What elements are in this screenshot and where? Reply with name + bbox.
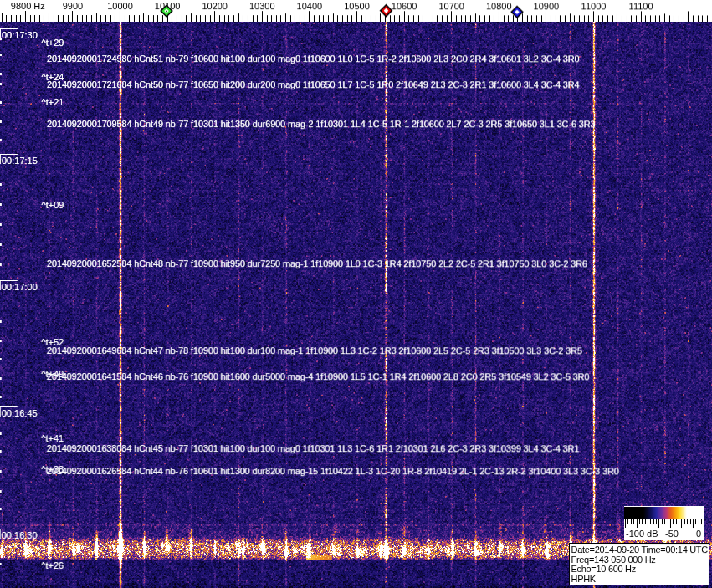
svg-text:10000: 10000 [107, 1, 133, 11]
svg-text:9900: 9900 [63, 1, 83, 11]
svg-text:10900: 10900 [534, 1, 560, 11]
svg-text:10500: 10500 [344, 1, 370, 11]
svg-text:11000: 11000 [581, 1, 607, 11]
svg-text:10200: 10200 [202, 1, 228, 11]
svg-text:10600: 10600 [392, 1, 417, 11]
svg-text:9800 Hz: 9800 Hz [11, 1, 45, 11]
svg-text:10700: 10700 [438, 1, 464, 11]
svg-text:10800: 10800 [486, 1, 512, 11]
svg-text:11100: 11100 [629, 1, 653, 11]
svg-text:10400: 10400 [297, 1, 323, 11]
svg-text:10300: 10300 [249, 1, 275, 11]
